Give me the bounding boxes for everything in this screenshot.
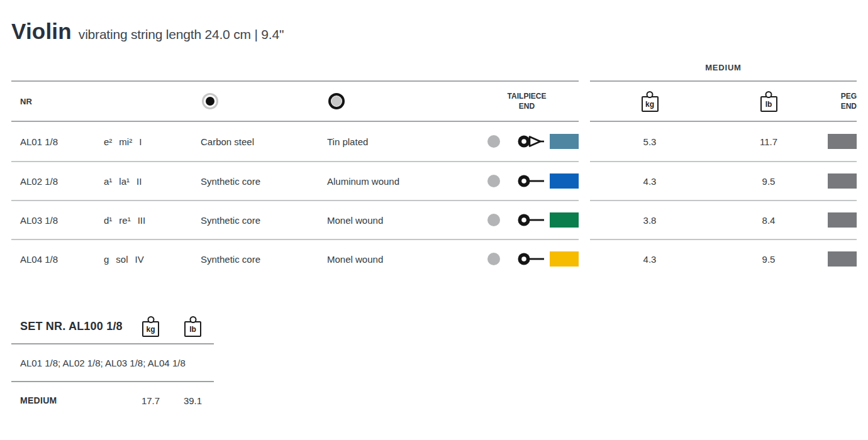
note-pitch: g [104, 254, 109, 265]
page-title: Violin [11, 19, 72, 44]
table-row: AL02 1/8 a¹la¹II Synthetic core Aluminum… [11, 161, 579, 200]
tailpiece-end-cell [475, 251, 579, 267]
tension-lb: 9.5 [709, 254, 828, 265]
tension-lb: 8.4 [709, 215, 828, 226]
page-subtitle: vibrating string length 24.0 cm | 9.4" [79, 27, 284, 42]
violin-spec-page: Violin vibrating string length 24.0 cm |… [0, 0, 868, 419]
page-header: Violin vibrating string length 24.0 cm |… [11, 19, 857, 44]
tailpiece-color-swatch [550, 251, 579, 267]
tailpiece-end-cell [475, 173, 579, 189]
string-nr: AL01 1/8 [11, 136, 104, 147]
peg-color-swatch [828, 251, 857, 267]
tailpiece-dot-icon [487, 175, 500, 187]
string-note: a¹la¹II [104, 176, 201, 187]
ball-end-icon [516, 212, 544, 228]
tension-lb: 11.7 [709, 136, 828, 147]
string-note: d¹re¹III [104, 215, 201, 226]
weight-kg-icon: kg [642, 96, 659, 112]
string-winding-material: Tin plated [327, 136, 475, 147]
string-note: gsolIV [104, 254, 201, 265]
note-solfege: sol [116, 254, 128, 265]
column-header-nr: NR [11, 97, 104, 106]
tension-row: 5.3 11.7 [590, 122, 857, 161]
column-header-core [201, 93, 327, 109]
set-summary-block: SET NR. AL100 1/8 kg lb AL01 1/8; AL02 1… [11, 309, 214, 419]
tailpiece-color-swatch [550, 134, 579, 149]
note-roman: II [136, 176, 142, 187]
set-number-title: SET NR. AL100 1/8 [11, 320, 130, 333]
tailpiece-color-swatch [550, 212, 579, 228]
note-pitch: a¹ [104, 176, 112, 187]
peg-end-cell [828, 134, 857, 149]
tailpiece-end-cell [475, 134, 579, 149]
tailpiece-color-swatch [550, 173, 579, 189]
tension-row: 4.3 9.5 [590, 161, 857, 200]
note-roman: III [138, 215, 146, 226]
tailpiece-dot-icon [487, 135, 500, 148]
gauge-label: MEDIUM [705, 63, 742, 72]
tension-lb: 9.5 [709, 176, 828, 187]
string-winding-material: Aluminum wound [327, 176, 475, 187]
note-solfege: mi² [119, 136, 132, 147]
tension-kg: 5.3 [590, 136, 709, 147]
note-roman: I [139, 136, 142, 147]
table-row: AL03 1/8 d¹re¹III Synthetic core Monel w… [11, 200, 579, 239]
peg-end-cell [828, 251, 857, 267]
peg-end-cell [828, 212, 857, 228]
string-note: e²mi²I [104, 136, 201, 147]
tension-row: 4.3 9.5 [590, 239, 857, 278]
string-winding-material: Monel wound [327, 254, 475, 265]
string-spec-tables: NR TAILPIECE END AL01 1/8 [11, 63, 857, 278]
strings-table: NR TAILPIECE END AL01 1/8 [11, 80, 579, 278]
gauge-label-row: MEDIUM [590, 63, 857, 80]
weight-kg-icon: kg [142, 321, 159, 337]
column-header-tailpiece-end: TAILPIECE END [475, 91, 579, 111]
note-solfege: la¹ [119, 176, 130, 187]
tension-row: 3.8 8.4 [590, 200, 857, 239]
set-header-row: SET NR. AL100 1/8 kg lb [11, 309, 214, 344]
column-header-winding [327, 93, 475, 109]
tension-table-header: kg lb PEG END [590, 82, 857, 122]
column-header-lb: lb [709, 91, 828, 112]
ball-end-icon [516, 251, 544, 267]
table-row: AL04 1/8 gsolIV Synthetic core Monel wou… [11, 239, 579, 278]
string-core-material: Synthetic core [201, 254, 327, 265]
set-kg-column-header: kg [130, 316, 172, 337]
ball-end-icon [516, 173, 544, 189]
peg-color-swatch [828, 212, 857, 228]
tailpiece-end-label: TAILPIECE END [508, 91, 547, 111]
tension-table-column: MEDIUM kg lb PEG END 5.3 11.7 [590, 63, 857, 278]
string-core-icon [202, 93, 218, 109]
set-tension-label: MEDIUM [11, 395, 130, 405]
string-nr: AL03 1/8 [11, 215, 104, 226]
note-roman: IV [135, 254, 144, 265]
peg-end-label: PEG END [841, 91, 857, 111]
string-nr: AL02 1/8 [11, 176, 104, 187]
set-lb-column-header: lb [172, 316, 214, 337]
string-core-material: Carbon steel [201, 136, 327, 147]
string-nr: AL04 1/8 [11, 254, 104, 265]
set-total-lb: 39.1 [172, 395, 214, 406]
weight-lb-icon: lb [760, 96, 777, 112]
column-header-peg-end: PEG END [828, 91, 857, 111]
tension-kg: 4.3 [590, 176, 709, 187]
core-dot [206, 97, 214, 106]
note-solfege: re¹ [119, 215, 130, 226]
set-contents: AL01 1/8; AL02 1/8; AL03 1/8; AL04 1/8 [11, 344, 214, 382]
peg-end-cell [828, 173, 857, 189]
tension-kg: 4.3 [590, 254, 709, 265]
winding-fill [331, 96, 342, 106]
column-header-kg: kg [590, 91, 709, 112]
tailpiece-dot-icon [487, 253, 500, 265]
string-winding-icon [328, 93, 345, 109]
tailpiece-dot-icon [487, 214, 500, 226]
tension-table: kg lb PEG END 5.3 11.7 4.3 9.5 [590, 80, 857, 278]
weight-lb-icon: lb [184, 321, 201, 337]
set-tension-row: MEDIUM 17.7 39.1 [11, 382, 214, 419]
peg-color-swatch [828, 173, 857, 189]
set-total-kg: 17.7 [130, 395, 172, 406]
peg-color-swatch [828, 134, 857, 149]
note-pitch: e² [104, 136, 112, 147]
note-pitch: d¹ [104, 215, 112, 226]
strings-table-header: NR TAILPIECE END [11, 82, 579, 122]
